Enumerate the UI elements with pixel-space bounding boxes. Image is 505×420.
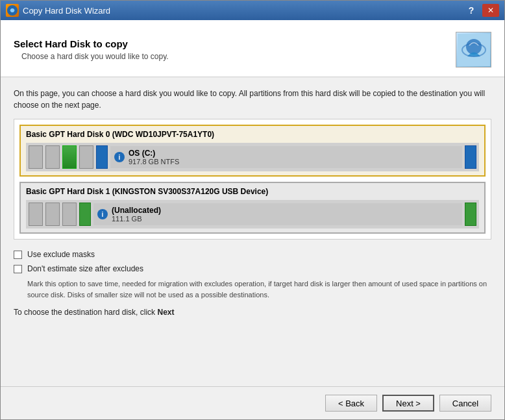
partition-end-1: [465, 203, 476, 226]
partition-info-icon-1: i: [97, 209, 108, 219]
next-button[interactable]: Next >: [382, 395, 434, 412]
partition-main-0: i OS (C:) 917.8 GB NTFS: [110, 146, 462, 168]
description-text: On this page, you can choose a hard disk…: [14, 88, 491, 111]
disk-1-title: Basic GPT Hard Disk 1 (KINGSTON SV300S37…: [26, 187, 479, 196]
partition-block-green: [62, 145, 77, 169]
partition-size-1: 111.1 GB: [112, 215, 161, 223]
disk-list[interactable]: Basic GPT Hard Disk 0 (WDC WD10JPVT-75A1…: [14, 119, 491, 240]
close-button[interactable]: ✕: [482, 4, 499, 17]
window-title: Copy Hard Disk Wizard: [23, 6, 110, 16]
exclude-masks-checkbox[interactable]: [14, 251, 22, 259]
content-area: On this page, you can choose a hard disk…: [1, 77, 504, 386]
hint-text: Mark this option to save time, needed fo…: [27, 278, 491, 300]
partition-bar-unallocated: [79, 203, 91, 226]
disk-1-partitions: i (Unallocated) 111.1 GB: [26, 200, 479, 229]
partition-bar-os: [96, 145, 108, 169]
partition-block-gray-1: [29, 145, 43, 169]
disk-item-0[interactable]: Basic GPT Hard Disk 0 (WDC WD10JPVT-75A1…: [19, 125, 486, 177]
options-section: Use exclude masks Don't estimate size af…: [14, 250, 491, 317]
next-hint-prefix: To choose the destination hard disk, cli…: [14, 308, 155, 317]
no-estimate-label: Don't estimate size after excludes: [27, 264, 143, 273]
titlebar-controls: ? ✕: [463, 4, 499, 17]
next-hint: To choose the destination hard disk, cli…: [14, 308, 491, 317]
next-hint-bold: Next: [157, 308, 174, 317]
no-estimate-row[interactable]: Don't estimate size after excludes: [14, 264, 491, 273]
svg-point-1: [10, 8, 14, 12]
main-window: Copy Hard Disk Wizard ? ✕ Select Hard Di…: [0, 0, 505, 420]
exclude-masks-label: Use exclude masks: [27, 250, 95, 259]
header-title: Select Hard Disk to copy: [14, 38, 169, 49]
disk-item-1[interactable]: Basic GPT Hard Disk 1 (KINGSTON SV300S37…: [19, 182, 486, 234]
header-subtitle: Choose a hard disk you would like to cop…: [21, 52, 169, 61]
partition-info-icon-0: i: [114, 152, 125, 162]
app-icon: [6, 4, 19, 17]
partition-label-1: (Unallocated): [112, 206, 161, 215]
partition-block-gray-6: [62, 203, 77, 226]
disk-0-title: Basic GPT Hard Disk 0 (WDC WD10JPVT-75A1…: [26, 130, 479, 139]
partition-block-gray-5: [45, 203, 60, 226]
exclude-masks-row[interactable]: Use exclude masks: [14, 250, 491, 259]
partition-size-0: 917.8 GB NTFS: [129, 158, 179, 166]
svg-point-3: [466, 39, 482, 55]
footer: < Back Next > Cancel: [1, 386, 504, 419]
titlebar-left: Copy Hard Disk Wizard: [6, 4, 110, 17]
header-section: Select Hard Disk to copy Choose a hard d…: [1, 20, 504, 77]
partition-block-gray-4: [29, 203, 43, 226]
header-logo: [456, 32, 491, 68]
header-text: Select Hard Disk to copy Choose a hard d…: [14, 38, 169, 61]
partition-label-0: OS (C:): [129, 149, 179, 158]
partition-block-gray-2: [45, 145, 60, 169]
partition-main-1: i (Unallocated) 111.1 GB: [93, 203, 462, 225]
no-estimate-checkbox[interactable]: [14, 265, 22, 273]
partition-details-0: OS (C:) 917.8 GB NTFS: [129, 149, 179, 166]
partition-details-1: (Unallocated) 111.1 GB: [112, 206, 161, 223]
disk-0-partitions: i OS (C:) 917.8 GB NTFS: [26, 143, 479, 171]
help-button[interactable]: ?: [463, 4, 480, 17]
back-button[interactable]: < Back: [325, 395, 377, 412]
cancel-button[interactable]: Cancel: [439, 395, 491, 412]
titlebar: Copy Hard Disk Wizard ? ✕: [1, 1, 504, 20]
partition-block-gray-3: [79, 145, 93, 169]
partition-end-0: [465, 145, 476, 169]
